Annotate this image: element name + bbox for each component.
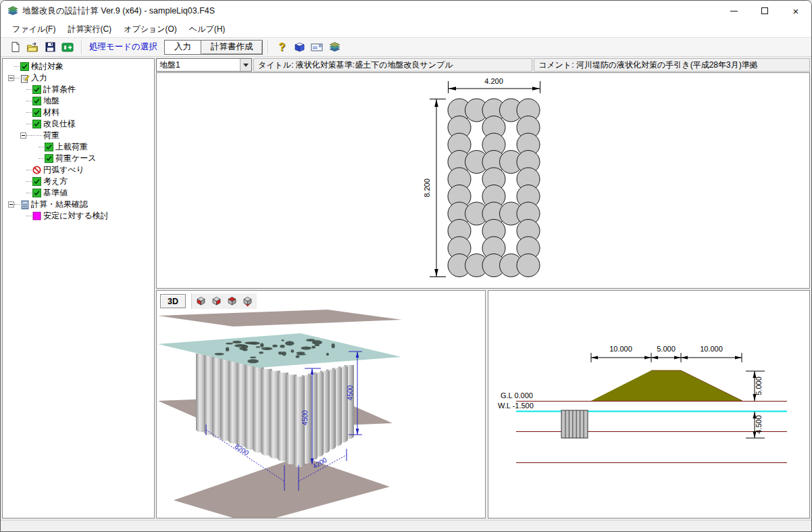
menu-item-run[interactable]: 計算実行(C) [61,22,118,37]
combo-dropdown-button[interactable] [240,59,251,71]
wl-label: W.L -1.500 [498,402,534,410]
soil-plane-top [158,310,402,327]
tree-item-stability-check[interactable]: 安定に対する検討 [3,210,154,222]
view-bottom-icon [242,295,253,307]
tree-item-calc-conditions[interactable]: 計算条件 [3,84,154,95]
viewer-3d-toolbar: 3D [160,293,257,309]
new-file-icon [9,41,21,53]
open-file-button[interactable] [24,39,41,55]
tree-item-label: 計算条件 [42,84,77,95]
save-file-button[interactable] [42,39,58,55]
expand-toggle-calc-results[interactable] [8,201,14,208]
mode-select-label: 処理モードの選択 [89,41,157,53]
model-topbar: 地盤1 タイトル: 液状化対策基準:盛土下の地盤改良サンプル コメント: 河川堤… [156,58,810,72]
plan-width-dim: 4.200 [484,77,503,85]
plan-view-panel: 4.200 8.200 [156,72,810,289]
checkbox-icon [32,120,42,129]
main-toolbar: 処理モードの選択 入力 計算書作成 ? [1,38,811,57]
improvement-block-section [561,410,588,438]
checkbox-icon [44,154,54,164]
tree-item-label: 安定に対する検討 [42,210,110,222]
viewer-3d-panel: 3D [156,290,486,518]
dim-3d-depth-right: 4500 [347,385,354,400]
save-file-icon [45,41,56,53]
tree-item-materials[interactable]: 材料 [3,107,154,118]
expand-toggle-input[interactable] [8,75,14,81]
tree-item-approach[interactable]: 考え方 [3,176,154,187]
mail-support-button[interactable] [309,39,325,55]
prohibited-icon [32,166,42,175]
menu-item-help[interactable]: ヘルプ(H) [183,22,232,37]
window-titlebar: 地盤改良の設計計算 Ver.9 (x64) - sampleLiq03.F4S … [1,1,811,21]
minimize-icon [730,11,738,11]
tree-item-load[interactable]: 荷重 [3,130,154,141]
cross-section-drawing: 10.000 5.000 10.000 G.L 0.000 W.L -1.500 [488,291,810,518]
dim-improvement-depth: 4.500 [755,415,763,434]
open-file-icon [26,41,39,53]
viewer-3d-button[interactable] [326,39,342,55]
soil-plane-bottom [174,456,390,518]
maximize-button[interactable] [749,1,780,21]
manual-button[interactable] [291,39,307,55]
help-button[interactable]: ? [274,39,290,55]
dim-slope-right: 10.000 [700,345,723,353]
expand-toggle-load[interactable] [20,132,26,139]
data-convert-button[interactable] [59,39,76,55]
plan-drawing: 4.200 8.200 [157,73,810,288]
cross-section-panel: 10.000 5.000 10.000 G.L 0.000 W.L -1.500 [488,290,810,518]
checkbox-icon [32,108,42,118]
checkbox-icon [32,97,42,106]
improvement-columns-plan [448,99,540,277]
chevron-down-icon [243,64,249,67]
mode-report-button[interactable]: 計算書作成 [201,40,263,55]
view-side-button[interactable] [209,294,224,308]
viewer-3d-scene: 4500 4500 8200 4200 [157,291,485,518]
tree-item-label: 上載荷重 [54,141,89,153]
tree-item-label: 荷重ケース [54,153,98,164]
new-file-button[interactable] [7,39,23,55]
status-bar [1,520,811,531]
checkbox-icon [20,62,30,72]
tree-item-standard-values[interactable]: 基準値 [3,187,154,199]
app-icon [7,5,18,16]
mode-input-button[interactable]: 入力 [164,40,201,55]
tree-item-surcharge-load[interactable]: 上載荷重 [3,141,154,153]
view-bottom-button[interactable] [240,294,255,308]
app-window: 地盤改良の設計計算 Ver.9 (x64) - sampleLiq03.F4S … [0,0,812,532]
dim-crest: 5.000 [657,345,676,353]
view-side-icon [211,295,222,307]
main-area: 検討対象入力計算条件地盤材料改良仕様荷重上載荷重荷重ケース円弧すべり考え方基準値… [1,57,811,520]
gl-label: G.L 0.000 [501,391,533,400]
close-icon: × [793,6,799,16]
view-front-button[interactable] [193,294,209,308]
manual-book-icon [294,41,305,53]
tree-item-label: 荷重 [42,130,61,141]
dim-embankment-height: 5.000 [755,377,763,395]
tree-item-improvement-spec[interactable]: 改良仕様 [3,118,154,130]
tree-item-input[interactable]: 入力 [3,72,154,84]
tree-item-review-target[interactable]: 検討対象 [3,61,154,72]
plan-height-dim: 8.200 [423,178,431,197]
ground-combo-value: 地盤1 [157,59,240,71]
checkbox-icon [32,189,42,198]
close-button[interactable]: × [780,1,811,21]
help-icon: ? [279,41,286,53]
embankment [591,370,742,401]
notepad-icon [20,74,30,83]
tree-item-arc-slip[interactable]: 円弧すべり [3,164,154,176]
mail-icon [311,42,323,52]
toolbar-separator [81,41,82,54]
ground-combo[interactable]: 地盤1 [156,58,252,72]
tree-item-label: 基準値 [42,187,69,199]
minimize-button[interactable] [718,1,749,21]
tree-item-calc-results[interactable]: 計算・結果確認 [3,199,154,210]
tree-item-load-case[interactable]: 荷重ケース [3,153,154,164]
view-top-button[interactable] [224,294,240,308]
menu-item-options[interactable]: オプション(O) [118,22,183,37]
view-3d-button[interactable]: 3D [160,294,186,308]
tree-item-label: 検討対象 [30,61,65,72]
menu-item-file[interactable]: ファイル(F) [6,22,61,37]
tree-item-ground[interactable]: 地盤 [3,95,154,107]
menu-bar: ファイル(F) 計算実行(C) オプション(O) ヘルプ(H) [1,21,811,38]
checkbox-icon [32,85,42,95]
